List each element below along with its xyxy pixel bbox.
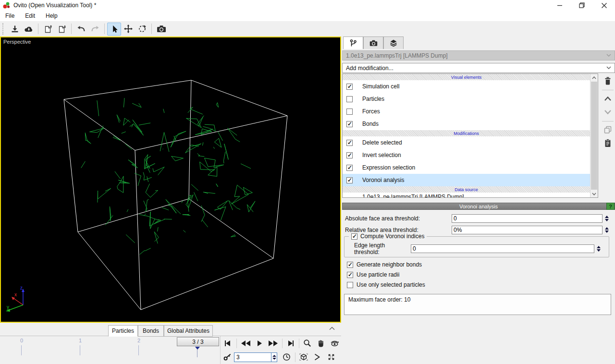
use-particle-radii-checkbox[interactable] (347, 272, 353, 278)
scrollbar-thumb[interactable] (591, 82, 597, 190)
tab-pipeline[interactable] (343, 36, 363, 49)
pipeline-item-voronoi-analysis[interactable]: Voronoi analysis (343, 174, 590, 186)
checkbox[interactable] (346, 165, 353, 171)
checkbox[interactable] (346, 84, 353, 90)
pipeline-item-simulation-cell[interactable]: Simulation cell (343, 80, 590, 93)
zoom-tool-button[interactable] (301, 338, 314, 349)
animation-settings-button[interactable] (279, 352, 294, 363)
checkbox[interactable] (346, 140, 353, 146)
redo-icon (90, 25, 100, 33)
orbit-tool-button[interactable] (327, 338, 342, 349)
use-only-selected-checkbox[interactable] (347, 282, 353, 288)
spin-down-button[interactable] (605, 219, 609, 221)
generate-neighbor-bonds-row[interactable]: Generate neighbor bonds (347, 260, 422, 269)
move-modifier-up-button[interactable] (602, 92, 614, 105)
spin-down-button[interactable] (597, 249, 601, 252)
pipeline-item-invert-selection[interactable]: Invert selection (343, 149, 590, 161)
checkbox[interactable] (346, 152, 353, 158)
pipeline-item-expression-selection[interactable]: Expression selection (343, 161, 590, 174)
pipeline-list-scrollbar[interactable] (590, 74, 598, 197)
chevron-down-icon (604, 110, 612, 114)
tab-render[interactable] (363, 36, 383, 49)
inspector-collapse-button[interactable] (329, 327, 335, 330)
inspector-tab-global-attributes[interactable]: Global Attributes (164, 325, 213, 337)
scroll-down-button[interactable] (590, 190, 598, 197)
close-button[interactable] (593, 0, 615, 11)
select-mode-button[interactable] (107, 23, 121, 36)
pipeline-item-forces[interactable]: Forces (343, 105, 590, 118)
spin-up-button[interactable] (605, 227, 609, 230)
scroll-up-button[interactable] (590, 74, 598, 81)
animation-timeline[interactable]: 0 1 2 3 / 3 (0, 336, 220, 364)
relative-threshold-label: Relative face area threshold: (345, 227, 452, 233)
import-remote-file-button[interactable] (22, 23, 36, 36)
inspector-tab-particles[interactable]: Particles (108, 325, 138, 337)
auto-key-button[interactable] (221, 352, 234, 363)
screenshot-button[interactable] (154, 23, 168, 36)
spin-up-button[interactable] (272, 355, 276, 357)
data-inspector-tabs: Particles Bonds Global Attributes (0, 323, 341, 336)
corner-arrows-icon (327, 353, 335, 361)
generate-neighbor-bonds-checkbox[interactable] (347, 262, 353, 268)
compute-voronoi-indices-checkbox[interactable] (351, 233, 357, 240)
save-state-button[interactable] (41, 23, 55, 36)
pan-tool-button[interactable] (314, 338, 328, 349)
copy-pipeline-button[interactable] (602, 123, 614, 136)
checkbox[interactable] (346, 96, 353, 102)
chevron-down-icon (606, 66, 611, 70)
paste-pipeline-button[interactable] (602, 137, 614, 149)
skip-start-icon (226, 340, 230, 346)
menu-edit[interactable]: Edit (20, 11, 40, 21)
add-modification-dropdown[interactable]: Add modification... (342, 63, 615, 73)
spin-down-button[interactable] (605, 231, 609, 233)
absolute-threshold-input[interactable] (452, 214, 603, 223)
edge-length-input[interactable] (411, 244, 594, 253)
restore-button[interactable] (571, 0, 593, 11)
import-file-button[interactable] (8, 23, 22, 36)
goto-start-button[interactable] (221, 338, 235, 349)
help-button[interactable]: ? (606, 203, 615, 210)
timeline-slider-handle[interactable]: 3 / 3 (177, 337, 219, 346)
load-state-button[interactable] (55, 23, 69, 36)
relative-threshold-input[interactable] (452, 226, 603, 234)
pipeline-item-particles[interactable]: Particles (343, 93, 590, 105)
checkbox[interactable] (346, 177, 353, 183)
viewport-perspective[interactable]: Perspective z x y (0, 36, 341, 323)
next-frame-button[interactable] (266, 338, 281, 349)
use-particle-radii-row[interactable]: Use particle radii (347, 270, 399, 279)
undo-button[interactable] (74, 23, 88, 36)
tab-overlays[interactable] (383, 36, 404, 49)
checkbox[interactable] (346, 109, 353, 115)
menu-help[interactable]: Help (40, 11, 63, 21)
toolbar-separator (71, 24, 72, 34)
frame-spinbox[interactable] (234, 352, 271, 362)
goto-end-button[interactable] (284, 338, 297, 349)
hand-icon (317, 339, 325, 347)
pipeline-item-bonds[interactable]: Bonds (343, 118, 590, 130)
spin-up-button[interactable] (605, 216, 609, 218)
use-only-selected-row[interactable]: Use only selected particles (347, 280, 425, 289)
timeline-tick-0: 0 (16, 338, 27, 343)
pipeline-item-data-source[interactable]: 1.0e13_pe.lammpsTrj [LAMMPS Dump] (343, 193, 590, 198)
move-modifier-down-button[interactable] (602, 106, 614, 118)
zoom-scene-extents-button[interactable] (297, 352, 310, 363)
redo-button[interactable] (88, 23, 102, 36)
previous-frame-button[interactable] (238, 338, 254, 349)
pipeline-source-dropdown[interactable]: 1.0e13_pe.lammpsTrj [LAMMPS Dump] (342, 50, 615, 61)
spin-down-button[interactable] (272, 358, 276, 360)
pipeline-item-delete-selected[interactable]: Delete selected (343, 136, 590, 149)
pick-mode-button[interactable] (310, 352, 324, 363)
spin-up-button[interactable] (597, 246, 601, 248)
fast-forward-icon (269, 340, 273, 346)
rotate-mode-button[interactable] (135, 23, 149, 36)
item-label: Particles (362, 96, 384, 102)
checkbox[interactable] (346, 121, 353, 127)
move-mode-button[interactable] (121, 23, 135, 36)
play-button[interactable] (253, 338, 266, 349)
delete-modifier-button[interactable] (602, 74, 614, 87)
maximize-viewport-button[interactable] (324, 352, 338, 363)
minimize-button[interactable] (549, 0, 571, 11)
inspector-tab-bonds[interactable]: Bonds (138, 325, 164, 337)
menu-file[interactable]: File (0, 11, 20, 21)
separator (236, 339, 237, 348)
